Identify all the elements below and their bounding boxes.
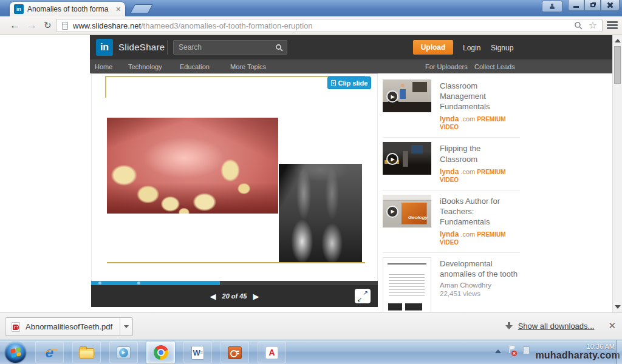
- taskbar-item-powerpoint[interactable]: [220, 342, 249, 363]
- slideshare-favicon-icon: in: [14, 4, 24, 14]
- close-button[interactable]: [601, 0, 620, 11]
- login-link[interactable]: Login: [463, 44, 480, 52]
- nav-technology[interactable]: Technology: [128, 63, 162, 70]
- taskbar-item-file-explorer[interactable]: [72, 342, 101, 363]
- tray-app-icon[interactable]: [523, 346, 530, 354]
- download-item[interactable]: AbnormalitiesofTeeth.pdf: [5, 317, 133, 336]
- taskbar-clock[interactable]: 10:36 AM: [587, 343, 615, 350]
- url-text: www.slideshare.net/thameed3/anomalies-of…: [73, 21, 313, 30]
- action-center-flag-icon[interactable]: ✕: [508, 345, 517, 356]
- scroll-down-icon[interactable]: [615, 305, 621, 309]
- shelf-close-icon[interactable]: ✕: [608, 320, 616, 331]
- related-title[interactable]: Flipping the Classroom: [440, 143, 520, 164]
- tray-expand-icon[interactable]: [495, 349, 501, 353]
- signup-link[interactable]: Signup: [491, 44, 513, 52]
- forward-button[interactable]: →: [27, 18, 37, 32]
- progress-marker: [98, 281, 101, 285]
- taskbar: e ▶ W≡ A ✕ 10:36 AM muhadharaty.com: [0, 340, 622, 364]
- thumbnail-text: Geology: [408, 215, 428, 220]
- video-thumbnail[interactable]: ▶: [383, 142, 431, 175]
- clip-slide-label: Clip slide: [338, 79, 368, 87]
- chevron-down-icon: [124, 325, 129, 328]
- page-scrollbar[interactable]: [612, 35, 622, 312]
- slide-canvas[interactable]: Clip slide: [91, 73, 378, 281]
- url-path: /thameed3/anomalies-of-tooth-formation-e…: [141, 21, 313, 30]
- linkedin-logo[interactable]: in: [96, 39, 113, 56]
- download-arrow-icon: [505, 322, 513, 330]
- download-file-button[interactable]: AbnormalitiesofTeeth.pdf: [5, 318, 120, 335]
- nav-for-uploaders[interactable]: For Uploaders: [425, 63, 468, 70]
- upload-button[interactable]: Upload: [413, 40, 453, 55]
- previous-slide-icon[interactable]: ◀: [210, 292, 216, 300]
- related-views: 22,451 views: [440, 290, 520, 297]
- progress-marker: [137, 281, 140, 285]
- minimize-button[interactable]: [568, 0, 584, 11]
- download-options-button[interactable]: [120, 318, 132, 335]
- download-shelf: AbnormalitiesofTeeth.pdf Show all downlo…: [0, 312, 622, 340]
- slide-progress-bar[interactable]: [91, 281, 378, 285]
- taskbar-item-word[interactable]: W≡: [183, 342, 212, 363]
- nav-home[interactable]: Home: [95, 63, 112, 70]
- start-button[interactable]: [5, 342, 26, 363]
- list-item[interactable]: ▶ Flipping the Classroom lynda .com PREM…: [383, 138, 520, 190]
- search-magnifier-icon[interactable]: [275, 43, 283, 54]
- slide-player: Clip slide ◀ 20 of 45 ▶ ↗ ↙: [91, 73, 378, 307]
- slideshare-brand[interactable]: SlideShare: [118, 42, 165, 52]
- internet-explorer-icon: e: [46, 345, 53, 360]
- slide-progress-fill: [91, 281, 220, 285]
- taskbar-item-adobe-reader[interactable]: A: [258, 342, 286, 363]
- related-title[interactable]: Developmental anomalies of the tooth: [440, 258, 520, 279]
- reload-button[interactable]: ↻: [44, 18, 52, 32]
- video-thumbnail[interactable]: ▶: [383, 79, 431, 112]
- restore-icon: [590, 3, 595, 7]
- list-item[interactable]: Developmental anomalies of the tooth Ama…: [383, 253, 520, 312]
- list-item[interactable]: Geology ▶ iBooks Author for Teachers: Fu…: [383, 190, 520, 253]
- browser-menu-icon[interactable]: [607, 21, 618, 30]
- video-thumbnail[interactable]: Geology ▶: [383, 195, 431, 228]
- lynda-brand: lynda: [440, 167, 459, 176]
- slide-clinical-photo: [107, 118, 278, 214]
- bookmark-star-icon[interactable]: ☆: [589, 21, 597, 30]
- browser-profile-button[interactable]: [542, 1, 562, 12]
- fullscreen-button[interactable]: ↗ ↙: [355, 289, 371, 303]
- scroll-up-icon[interactable]: [615, 39, 621, 42]
- taskbar-item-internet-explorer[interactable]: e: [35, 342, 64, 363]
- taskbar-item-media-player[interactable]: ▶: [109, 342, 138, 363]
- nav-more-topics[interactable]: More Topics: [230, 63, 266, 70]
- clip-slide-button[interactable]: Clip slide: [327, 76, 371, 89]
- lynda-brand: lynda: [440, 230, 459, 238]
- adobe-reader-icon: A: [265, 346, 278, 359]
- next-slide-icon[interactable]: ▶: [253, 292, 259, 300]
- folder-icon: [79, 348, 94, 359]
- related-title[interactable]: Classroom Management Fundamentals: [440, 81, 520, 112]
- back-button[interactable]: ←: [10, 18, 20, 32]
- show-desktop-button[interactable]: [617, 340, 622, 364]
- page-icon: [62, 22, 68, 30]
- related-author[interactable]: Aman Chowdhry: [440, 281, 520, 289]
- list-item[interactable]: ▶ Classroom Management Fundamentals lynd…: [383, 75, 520, 138]
- search-input[interactable]: [173, 40, 287, 55]
- url-bar[interactable]: www.slideshare.net/thameed3/anomalies-of…: [56, 19, 603, 32]
- slideshare-header: in SlideShare Upload Login Signup: [90, 35, 612, 59]
- nav-education[interactable]: Education: [180, 63, 210, 70]
- play-icon: ▶: [386, 153, 398, 165]
- desktop-screen: in Anomalies of tooth forma × ← → ↻ www.…: [0, 0, 622, 364]
- page-viewport: in SlideShare Upload Login Signup Home T…: [0, 35, 622, 312]
- tab-close-icon[interactable]: ×: [116, 5, 121, 13]
- browser-tab[interactable]: in Anomalies of tooth forma ×: [10, 2, 125, 16]
- show-all-downloads-link[interactable]: Show all downloads...: [518, 322, 595, 331]
- nav-collect-leads[interactable]: Collect Leads: [474, 63, 515, 70]
- related-title[interactable]: iBooks Author for Teachers: Fundamentals: [440, 196, 520, 227]
- clip-icon: [331, 80, 336, 86]
- slide-border-left: [105, 76, 106, 98]
- fullscreen-icon: ↙: [357, 296, 362, 303]
- browser-tab-strip: in Anomalies of tooth forma ×: [0, 0, 622, 16]
- restore-button[interactable]: [584, 0, 601, 11]
- search-icon[interactable]: [574, 21, 583, 30]
- slideshow-thumbnail[interactable]: [383, 257, 431, 312]
- scrollbar-thumb[interactable]: [614, 46, 621, 84]
- taskbar-item-chrome[interactable]: [146, 342, 175, 363]
- slide-border-top: [105, 76, 365, 77]
- new-tab-button[interactable]: [130, 4, 153, 13]
- slideshare-subnav: Home Technology Education More Topics Fo…: [90, 59, 612, 73]
